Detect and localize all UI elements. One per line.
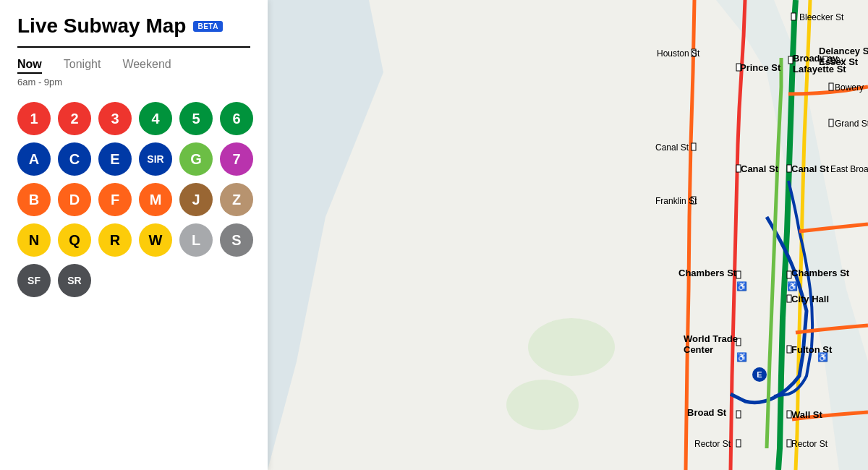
canal-st-right-label: Canal St	[791, 163, 830, 174]
divider	[17, 46, 250, 48]
map-container[interactable]: Bleecker St Houston St Prince St Broadwa…	[268, 0, 868, 470]
tab-now[interactable]: Now	[17, 58, 42, 74]
wall-st-label: Wall St	[791, 409, 823, 420]
wtc-label: World Trade	[684, 333, 738, 344]
app-title: Live Subway Map	[17, 14, 186, 38]
line-N[interactable]: N	[17, 223, 51, 257]
line-B[interactable]: B	[17, 183, 51, 216]
prince-st-label: Prince St	[740, 62, 781, 73]
line-D[interactable]: D	[58, 183, 91, 216]
line-5[interactable]: 5	[179, 102, 213, 135]
line-R[interactable]: R	[98, 223, 132, 257]
houston-st-label: Houston St	[657, 48, 700, 59]
delancey-label: Delancey St	[819, 46, 868, 56]
lines-row-1: 1 2 3 4 5 6	[17, 102, 250, 135]
tab-weekend[interactable]: Weekend	[122, 58, 171, 74]
e-train-label: E	[757, 370, 762, 379]
accessibility-wtc-icon: ♿	[736, 351, 747, 362]
franklin-st-label: Franklin St	[655, 196, 697, 206]
grand-st-label: Grand St	[835, 119, 868, 129]
broad-st-label: Broad St	[687, 407, 727, 418]
lines-row-5: SF SR	[17, 264, 250, 297]
svg-rect-11	[829, 119, 833, 127]
chambers-st-left-label: Chambers St	[678, 268, 737, 278]
rector-st-left-label: Rector St	[694, 439, 731, 449]
canal-st-left-label: Canal St	[655, 142, 689, 153]
svg-rect-23	[736, 440, 741, 447]
svg-point-3	[528, 318, 615, 376]
chambers-st-right-label: Chambers St	[791, 268, 850, 278]
line-Q[interactable]: Q	[58, 223, 91, 257]
line-4[interactable]: 4	[139, 102, 172, 135]
svg-rect-10	[829, 83, 833, 90]
line-L[interactable]: L	[179, 223, 213, 257]
lines-row-4: N Q R W L S	[17, 223, 250, 257]
line-7[interactable]: 7	[220, 142, 253, 176]
wtc-label2: Center	[684, 344, 713, 355]
svg-point-4	[506, 380, 579, 430]
line-J[interactable]: J	[179, 183, 213, 216]
line-SR[interactable]: SR	[58, 264, 91, 297]
svg-rect-16	[736, 271, 741, 278]
east-broadway-label: East Broadway	[830, 164, 868, 174]
accessibility-fulton-icon: ♿	[817, 351, 828, 362]
header-row: Live Subway Map BETA	[17, 14, 250, 38]
line-E[interactable]: E	[98, 142, 132, 176]
line-M[interactable]: M	[139, 183, 172, 216]
lines-row-2: A C E SIR G 7	[17, 142, 250, 176]
line-SIR[interactable]: SIR	[139, 142, 172, 176]
line-S[interactable]: S	[220, 223, 253, 257]
line-A[interactable]: A	[17, 142, 51, 176]
lines-grid: 1 2 3 4 5 6 A C E SIR G 7 B D F M J Z N …	[17, 102, 250, 297]
accessibility-icon: ♿	[736, 281, 747, 291]
canal-st-mid-label: Canal St	[741, 163, 779, 174]
svg-rect-12	[692, 143, 696, 150]
beta-badge: BETA	[193, 21, 222, 32]
line-W[interactable]: W	[139, 223, 172, 257]
time-tabs: Now Tonight Weekend	[17, 58, 250, 74]
rector-st-right-label: Rector St	[791, 439, 828, 449]
line-Z[interactable]: Z	[220, 183, 253, 216]
line-3[interactable]: 3	[98, 102, 132, 135]
svg-rect-5	[791, 13, 796, 20]
line-1[interactable]: 1	[17, 102, 51, 135]
line-G[interactable]: G	[179, 142, 213, 176]
line-C[interactable]: C	[58, 142, 91, 176]
city-hall-label: City Hall	[791, 294, 829, 304]
line-F[interactable]: F	[98, 183, 132, 216]
subway-map: Bleecker St Houston St Prince St Broadwa…	[268, 0, 868, 470]
line-SF[interactable]: SF	[17, 264, 51, 297]
line-6[interactable]: 6	[220, 102, 253, 135]
lines-row-3: B D F M J Z	[17, 183, 250, 216]
line-2[interactable]: 2	[58, 102, 91, 135]
sidebar: Live Subway Map BETA Now Tonight Weekend…	[0, 0, 268, 470]
bleecker-st-label: Bleecker St	[799, 12, 844, 22]
bowery-label: Bowery	[835, 82, 864, 93]
accessibility-chambers-icon: ♿	[787, 281, 798, 291]
essex-label: Essex St	[819, 56, 859, 67]
time-range: 6am - 9pm	[17, 77, 250, 87]
tab-tonight[interactable]: Tonight	[64, 58, 101, 74]
svg-rect-21	[736, 411, 741, 418]
